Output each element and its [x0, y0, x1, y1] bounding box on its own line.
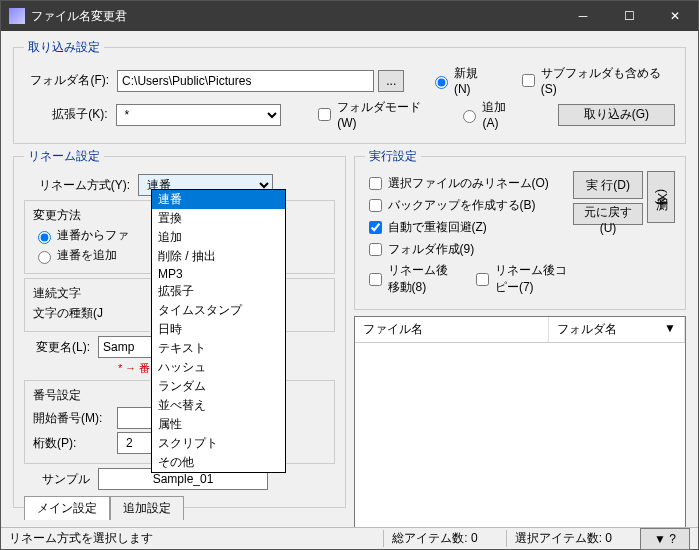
folder-label: フォルダ名(F):: [24, 72, 113, 89]
digits-label: 桁数(P):: [33, 435, 113, 452]
undo-button[interactable]: 元に戻す(U): [573, 203, 643, 225]
from-file-radio[interactable]: 連番からファ: [33, 227, 129, 244]
exec-settings-group: 実行設定 選択ファイルのみリネーム(O) バックアップを作成する(B) 自動で重…: [354, 148, 687, 310]
exec-legend: 実行設定: [365, 148, 421, 165]
total-label: 総アイテム数:: [392, 531, 467, 545]
copyafter-check[interactable]: リネーム後コピー(7): [472, 262, 567, 296]
titlebar: ファイル名変更君 ─ ☐ ✕: [1, 1, 698, 31]
import-button[interactable]: 取り込み(G): [558, 104, 675, 126]
statusbar: リネーム方式を選択します 総アイテム数: 0 選択アイテム数: 0 ▼ ?: [1, 527, 698, 549]
change-name-input[interactable]: [98, 336, 154, 358]
hint-text: * → 番: [118, 361, 150, 376]
tab-main[interactable]: メイン設定: [24, 496, 110, 520]
start-input[interactable]: [117, 407, 153, 429]
moveafter-check[interactable]: リネーム後移動(8): [365, 262, 452, 296]
method-option[interactable]: 並べ替え: [152, 396, 285, 415]
sample-label: サンプル: [24, 471, 94, 488]
status-menu-button[interactable]: ▼ ?: [640, 528, 690, 550]
method-dropdown-list[interactable]: 連番置換追加削除 / 抽出MP3拡張子タイムスタンプ日時テキストハッシュランダム…: [151, 189, 286, 473]
window-title: ファイル名変更君: [31, 8, 560, 25]
mkfolder-check[interactable]: フォルダ作成(9): [365, 240, 475, 259]
start-label: 開始番号(M):: [33, 410, 113, 427]
app-icon: [9, 8, 25, 24]
mode-add-radio[interactable]: 追加(A): [458, 99, 520, 130]
append-seq-radio[interactable]: 連番を追加: [33, 247, 117, 264]
method-option[interactable]: スクリプト: [152, 434, 285, 453]
method-option[interactable]: MP3: [152, 266, 285, 282]
sel-label: 選択アイテム数:: [515, 531, 602, 545]
foldermode-check[interactable]: フォルダモード(W): [314, 99, 437, 130]
method-label: リネーム方式(Y):: [24, 177, 134, 194]
method-option[interactable]: 拡張子: [152, 282, 285, 301]
rename-legend: リネーム設定: [24, 148, 104, 165]
method-option[interactable]: 置換: [152, 209, 285, 228]
mode-new-radio[interactable]: 新規(N): [430, 65, 494, 96]
folder-input[interactable]: [117, 70, 374, 92]
subfolder-check[interactable]: サブフォルダも含める(S): [518, 65, 675, 96]
method-option[interactable]: ハッシュ: [152, 358, 285, 377]
method-option[interactable]: タイムスタンプ: [152, 301, 285, 320]
total-value: 0: [471, 531, 478, 545]
minimize-button[interactable]: ─: [560, 1, 606, 31]
avoiddup-check[interactable]: 自動で重複回避(Z): [365, 218, 487, 237]
method-option[interactable]: 日時: [152, 320, 285, 339]
file-list[interactable]: ファイル名 フォルダ名▼: [354, 316, 687, 527]
selonly-check[interactable]: 選択ファイルのみリネーム(O): [365, 174, 549, 193]
import-legend: 取り込み設定: [24, 39, 104, 56]
maximize-button[interactable]: ☐: [606, 1, 652, 31]
method-option[interactable]: 追加: [152, 228, 285, 247]
method-option[interactable]: 削除 / 抽出: [152, 247, 285, 266]
ext-select[interactable]: *: [116, 104, 281, 126]
col-filename[interactable]: ファイル名: [355, 317, 550, 342]
sort-indicator-icon[interactable]: ▼: [664, 321, 676, 338]
tab-extra[interactable]: 追加設定: [110, 496, 184, 520]
predict-button[interactable]: 予測(X): [647, 171, 675, 223]
chartype-label: 文字の種類(J: [33, 305, 103, 322]
status-message: リネーム方式を選択します: [9, 530, 153, 547]
method-option[interactable]: 連番: [152, 190, 285, 209]
run-button[interactable]: 実 行(D): [573, 171, 643, 199]
change-name-label: 変更名(L):: [24, 339, 94, 356]
col-foldername[interactable]: フォルダ名▼: [549, 317, 685, 342]
browse-button[interactable]: ...: [378, 70, 404, 92]
sel-value: 0: [605, 531, 612, 545]
method-option[interactable]: テキスト: [152, 339, 285, 358]
backup-check[interactable]: バックアップを作成する(B): [365, 196, 536, 215]
ext-label: 拡張子(K):: [24, 106, 112, 123]
list-header: ファイル名 フォルダ名▼: [355, 317, 686, 343]
method-option[interactable]: ランダム: [152, 377, 285, 396]
import-settings-group: 取り込み設定 フォルダ名(F): ... 新規(N) サブフォルダも含める(S)…: [13, 39, 686, 144]
method-option[interactable]: その他: [152, 453, 285, 472]
method-option[interactable]: 属性: [152, 415, 285, 434]
close-button[interactable]: ✕: [652, 1, 698, 31]
